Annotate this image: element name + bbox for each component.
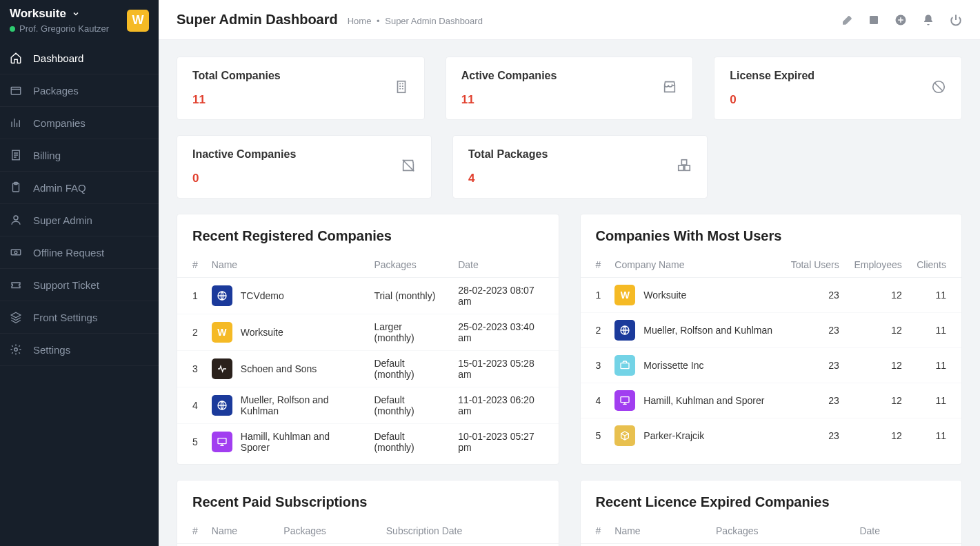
company-cell: Parker-Krajcik bbox=[614, 425, 776, 446]
sidebar-item-companies[interactable]: Companies bbox=[0, 107, 159, 139]
row-index: 3 bbox=[177, 351, 205, 387]
total-users: 23 bbox=[783, 383, 846, 418]
recent-subs-panel: Recent Paid Subscriptions #NamePackagesS… bbox=[177, 480, 559, 546]
sidebar-item-packages[interactable]: Packages bbox=[0, 74, 159, 107]
company-avatar bbox=[212, 395, 232, 416]
receipt-icon bbox=[10, 149, 22, 161]
company-avatar bbox=[614, 390, 635, 411]
row-index: 2 bbox=[581, 313, 608, 348]
company-avatar bbox=[614, 320, 635, 341]
page-title: Super Admin Dashboard bbox=[177, 12, 338, 28]
sidebar-item-settings[interactable]: Settings bbox=[0, 334, 159, 366]
sidebar-header: Worksuite Prof. Gregorio Kautzer W bbox=[0, 0, 159, 42]
sidebar-item-dashboard[interactable]: Dashboard bbox=[0, 42, 159, 74]
stat-card-total-companies[interactable]: Total Companies11 bbox=[177, 57, 425, 120]
column-header: Total Users bbox=[783, 252, 846, 278]
column-header: Packages bbox=[277, 518, 379, 544]
table-row[interactable]: 3Morissette Inc231211 bbox=[581, 348, 962, 383]
registered-date: 11-01-2023 06:20 am bbox=[451, 387, 558, 424]
table-row[interactable]: 4Hamill, Kuhlman and Sporer231211 bbox=[581, 383, 962, 418]
sidebar-item-support-ticket[interactable]: Support Ticket bbox=[0, 269, 159, 301]
total-users: 23 bbox=[783, 278, 846, 313]
sidebar-item-offline-request[interactable]: Offline Request bbox=[0, 236, 159, 269]
company-name: Worksuite bbox=[643, 290, 686, 301]
stat-card-active-companies[interactable]: Active Companies11 bbox=[446, 57, 694, 120]
plus-circle-icon[interactable] bbox=[894, 14, 907, 26]
company-avatar: W bbox=[212, 322, 232, 343]
svg-rect-22 bbox=[621, 363, 629, 369]
status-online-dot bbox=[10, 26, 15, 32]
svg-line-13 bbox=[935, 83, 943, 91]
recent-companies-panel: Recent Registered Companies #NamePackage… bbox=[177, 214, 559, 465]
table-row[interactable]: 1TCVdemoTrial (monthly)28-02-2023 08:07 … bbox=[177, 278, 559, 314]
recent-expired-panel: Recent Licence Expired Companies #NamePa… bbox=[580, 480, 963, 546]
stat-card-license-expired[interactable]: License Expired0 bbox=[714, 57, 962, 120]
brand-switcher[interactable]: Worksuite bbox=[10, 7, 109, 21]
table-row[interactable]: 1WWorksuite231211 bbox=[581, 278, 962, 313]
home-icon bbox=[10, 52, 22, 64]
sidebar-item-label: Packages bbox=[33, 85, 79, 97]
note-icon[interactable] bbox=[868, 14, 879, 26]
sidebar-item-front-settings[interactable]: Front Settings bbox=[0, 301, 159, 334]
column-header: Name bbox=[205, 252, 368, 278]
bars-icon bbox=[10, 117, 22, 129]
sidebar-item-label: Companies bbox=[33, 117, 86, 129]
table-row[interactable]: 4Mueller, Rolfson and KuhlmanDefault (mo… bbox=[177, 387, 559, 424]
company-avatar bbox=[212, 285, 232, 306]
power-icon[interactable] bbox=[950, 14, 962, 26]
main: Super Admin Dashboard Home • Super Admin… bbox=[159, 0, 980, 546]
most-users-table: #Company NameTotal UsersEmployeesClients… bbox=[581, 252, 962, 453]
sidebar-item-super-admin[interactable]: Super Admin bbox=[0, 204, 159, 236]
svg-rect-17 bbox=[681, 160, 686, 165]
stat-title: Inactive Companies bbox=[192, 148, 296, 161]
company-cell: TCVdemo bbox=[212, 285, 361, 306]
package-name: Default (monthly) bbox=[367, 424, 451, 461]
row-index: 4 bbox=[581, 383, 608, 418]
column-header: Packages bbox=[709, 518, 852, 544]
stats-row-2: Inactive Companies0Total Packages4 bbox=[177, 135, 962, 199]
company-name: Hamill, Kuhlman and Sporer bbox=[241, 431, 361, 453]
user-icon bbox=[10, 214, 22, 226]
table-row[interactable]: 2WWorksuiteLarger (monthly)25-02-2023 03… bbox=[177, 314, 559, 351]
svg-rect-16 bbox=[685, 165, 690, 170]
column-header: Company Name bbox=[608, 252, 783, 278]
column-header: Clients bbox=[909, 252, 961, 278]
sidebar-item-label: Support Ticket bbox=[33, 279, 99, 291]
table-row[interactable]: 5Parker-Krajcik231211 bbox=[581, 418, 962, 454]
stat-value: 11 bbox=[192, 93, 281, 107]
company-cell: Mueller, Rolfson and Kuhlman bbox=[212, 394, 361, 416]
stat-value: 0 bbox=[192, 172, 296, 185]
most-users-panel: Companies With Most Users #Company NameT… bbox=[580, 214, 963, 465]
total-users: 23 bbox=[783, 313, 846, 348]
bell-icon[interactable] bbox=[922, 14, 934, 26]
most-users-title: Companies With Most Users bbox=[581, 228, 962, 252]
table-row[interactable]: 2Mueller, Rolfson and Kuhlman231211 bbox=[581, 313, 962, 348]
company-name: Worksuite bbox=[241, 327, 283, 338]
row-index: 5 bbox=[177, 424, 205, 461]
content: Total Companies11Active Companies11Licen… bbox=[159, 40, 980, 546]
breadcrumb-home[interactable]: Home bbox=[348, 16, 372, 26]
eraser-icon[interactable] bbox=[841, 14, 853, 26]
table-row[interactable]: 5Hamill, Kuhlman and SporerDefault (mont… bbox=[177, 424, 559, 461]
stat-card-total-packages[interactable]: Total Packages4 bbox=[452, 135, 708, 199]
svg-rect-11 bbox=[397, 81, 405, 93]
package-name: Trial (monthly) bbox=[367, 278, 451, 314]
brand-logo: W bbox=[127, 10, 149, 32]
sidebar-item-label: Front Settings bbox=[33, 312, 97, 323]
stat-value: 11 bbox=[461, 93, 557, 107]
column-header: Name bbox=[205, 518, 277, 544]
svg-point-7 bbox=[14, 348, 18, 352]
registered-date: 10-01-2023 05:27 pm bbox=[451, 424, 558, 461]
sidebar-item-billing[interactable]: Billing bbox=[0, 139, 159, 172]
row-index: 4 bbox=[177, 387, 205, 424]
sidebar-item-label: Offline Request bbox=[33, 247, 104, 259]
topbar-actions bbox=[841, 14, 962, 26]
panel-row-2: Recent Paid Subscriptions #NamePackagesS… bbox=[177, 480, 962, 546]
registered-date: 15-01-2023 05:28 am bbox=[451, 351, 558, 387]
stat-value: 0 bbox=[730, 93, 814, 107]
stat-card-inactive-companies[interactable]: Inactive Companies0 bbox=[177, 135, 432, 199]
ban-icon bbox=[931, 79, 946, 97]
sidebar-item-admin-faq[interactable]: Admin FAQ bbox=[0, 172, 159, 204]
table-row[interactable]: 3Schoen and SonsDefault (monthly)15-01-2… bbox=[177, 351, 559, 387]
package-name: Default (monthly) bbox=[367, 351, 451, 387]
